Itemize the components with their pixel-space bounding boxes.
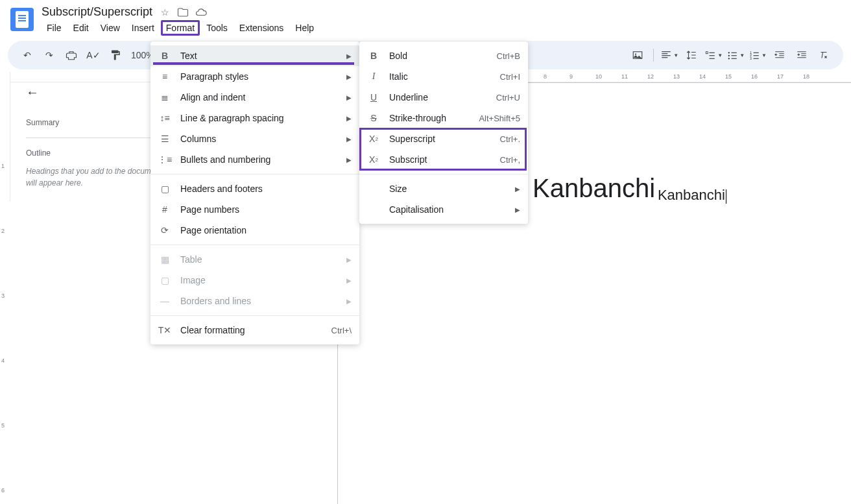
print-button[interactable] <box>62 46 80 64</box>
text-subscript[interactable]: X2 Subscript Ctrl+, <box>359 149 528 170</box>
svg-point-1 <box>635 53 636 54</box>
clear-formatting-button[interactable] <box>815 46 833 64</box>
columns-icon: ☰ <box>158 132 171 145</box>
menu-format[interactable]: Format <box>161 20 200 36</box>
menu-extensions[interactable]: Extensions <box>234 20 289 36</box>
menu-file[interactable]: File <box>42 20 67 36</box>
menubar: File Edit View Insert Format Tools Exten… <box>42 20 319 36</box>
vertical-ruler: 1 2 3 4 5 6 <box>0 72 10 202</box>
blank-icon <box>367 203 380 216</box>
decrease-indent-button[interactable] <box>771 46 789 64</box>
paint-format-button[interactable] <box>106 46 125 64</box>
italic-icon: I <box>367 70 380 83</box>
text-bold[interactable]: B Bold Ctrl+B <box>359 45 528 66</box>
text-capitalisation[interactable]: Capitalisation ▶ <box>359 199 528 220</box>
subscript-icon: X2 <box>367 153 380 166</box>
svg-rect-2 <box>706 52 708 54</box>
format-columns[interactable]: ☰ Columns ▶ <box>150 128 359 149</box>
cloud-status-icon[interactable] <box>195 6 207 18</box>
bullets-icon: ⋮≡ <box>158 153 171 166</box>
docs-logo[interactable] <box>10 8 34 31</box>
bold-icon: B <box>158 49 171 62</box>
outline-placeholder: Headings that you add to the document wi… <box>26 165 166 189</box>
move-icon[interactable] <box>177 6 189 18</box>
format-table[interactable]: ▦ Table ▶ <box>150 249 359 270</box>
format-clear-formatting[interactable]: T✕ Clear formatting Ctrl+\ <box>150 320 359 341</box>
spellcheck-button[interactable]: A✓ <box>84 46 102 64</box>
svg-point-4 <box>728 55 730 56</box>
menu-help[interactable]: Help <box>290 20 319 36</box>
checklist-dropdown[interactable]: ▼ <box>704 49 723 61</box>
insert-image-button[interactable] <box>629 46 647 64</box>
menu-insert[interactable]: Insert <box>126 20 160 36</box>
format-headers-footers[interactable]: ▢ Headers and footers <box>150 178 359 199</box>
redo-button[interactable]: ↷ <box>40 46 58 64</box>
undo-button[interactable]: ↶ <box>18 46 36 64</box>
format-dropdown: B Text ▶ ≡ Paragraph styles ▶ ≣ Align an… <box>150 42 359 344</box>
text-submenu: B Bold Ctrl+B I Italic Ctrl+I U Underlin… <box>359 42 528 224</box>
align-icon: ≣ <box>158 91 171 104</box>
paragraph-icon: ≡ <box>158 70 171 83</box>
spacing-icon: ↕≡ <box>158 112 171 125</box>
increase-indent-button[interactable] <box>793 46 811 64</box>
underline-icon: U <box>367 91 380 104</box>
page-text-main: Kanbanchi <box>533 174 655 202</box>
star-icon[interactable]: ☆ <box>159 6 171 18</box>
svg-text:3: 3 <box>750 57 752 60</box>
orientation-icon: ⟳ <box>158 224 171 237</box>
header-footer-icon: ▢ <box>158 182 171 195</box>
bullet-list-dropdown[interactable]: ▼ <box>726 49 745 61</box>
format-paragraph-styles[interactable]: ≡ Paragraph styles ▶ <box>150 66 359 87</box>
collapse-outline-button[interactable]: ← <box>26 85 166 100</box>
annotation-underline <box>153 62 354 65</box>
bold-icon: B <box>367 49 380 62</box>
clear-format-icon: T✕ <box>158 324 171 337</box>
menu-edit[interactable]: Edit <box>68 20 94 36</box>
page-text-subscript: Kanbanchi <box>658 187 725 203</box>
image-icon: ▢ <box>158 274 171 287</box>
page-numbers-icon: # <box>158 203 171 216</box>
format-align-indent[interactable]: ≣ Align and indent ▶ <box>150 87 359 108</box>
menu-view[interactable]: View <box>95 20 125 36</box>
numbered-list-dropdown[interactable]: 123 ▼ <box>749 49 767 61</box>
format-page-orientation[interactable]: ⟳ Page orientation <box>150 220 359 241</box>
table-icon: ▦ <box>158 253 171 266</box>
format-page-numbers[interactable]: # Page numbers <box>150 199 359 220</box>
outline-heading: Outline <box>26 149 166 158</box>
text-strikethrough[interactable]: S Strike-through Alt+Shift+5 <box>359 108 528 128</box>
svg-point-3 <box>728 52 730 53</box>
superscript-icon: X2 <box>367 132 380 145</box>
format-bullets-numbering[interactable]: ⋮≡ Bullets and numbering ▶ <box>150 149 359 170</box>
borders-icon: — <box>158 294 171 307</box>
menu-tools[interactable]: Tools <box>201 20 233 36</box>
text-underline[interactable]: U Underline Ctrl+U <box>359 87 528 108</box>
format-line-spacing[interactable]: ↕≡ Line & paragraph spacing ▶ <box>150 108 359 128</box>
summary-heading: Summary <box>26 118 166 127</box>
line-spacing-button[interactable] <box>682 46 701 64</box>
format-image[interactable]: ▢ Image ▶ <box>150 270 359 291</box>
blank-icon <box>367 182 380 195</box>
svg-point-5 <box>728 58 730 59</box>
strikethrough-icon: S <box>367 112 380 125</box>
text-cursor <box>726 189 726 204</box>
format-borders-lines[interactable]: — Borders and lines ▶ <box>150 291 359 311</box>
text-superscript[interactable]: X2 Superscript Ctrl+. <box>359 128 528 149</box>
text-size[interactable]: Size ▶ <box>359 178 528 199</box>
text-italic[interactable]: I Italic Ctrl+I <box>359 66 528 87</box>
document-title[interactable]: Subscript/Superscript <box>42 5 152 19</box>
align-dropdown[interactable]: ▼ <box>660 49 678 61</box>
